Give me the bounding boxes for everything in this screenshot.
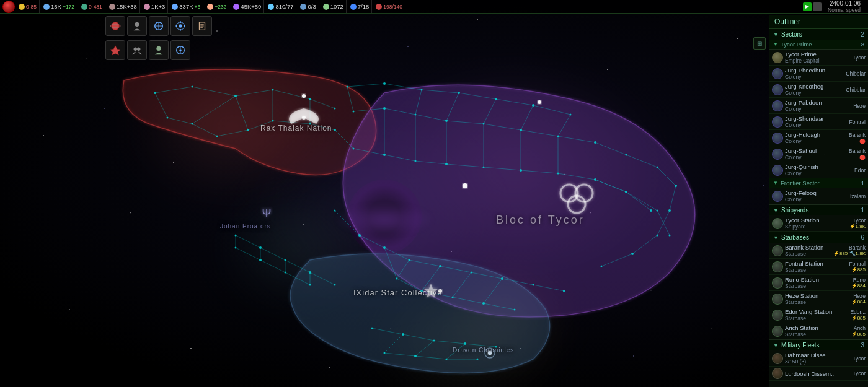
sectors-arrow: ▼ — [773, 32, 779, 38]
list-item[interactable]: Lurdoosh Dissem.. Tycor — [769, 367, 868, 381]
svg-point-118 — [570, 114, 572, 116]
svg-point-149 — [409, 259, 410, 261]
starbases-label: Starbases — [781, 234, 809, 241]
frontier-sector-header[interactable]: ▼ Frontier Sector 1 — [769, 178, 868, 188]
list-item[interactable]: Jurg-Felooq Colony Izalam — [769, 188, 868, 204]
play-button[interactable]: ▶ — [803, 2, 812, 11]
alert-icon: 🔴 — [859, 139, 866, 144]
naval-icon — [300, 4, 306, 10]
svg-point-202 — [184, 25, 185, 27]
list-item[interactable]: Jurg-Pheedhun Colony Chibblar — [769, 66, 868, 82]
list-item[interactable]: Runo Station Starbase Runo ⚡884 — [769, 275, 868, 291]
tycor-prime-header[interactable]: ▼ Tycor Prime 8 — [769, 40, 868, 50]
toolbar-policies[interactable] — [192, 16, 212, 36]
toolbar-factions[interactable] — [127, 40, 147, 60]
planet-info: Jurg-Sahuul Colony — [785, 147, 847, 160]
alert-icon: 🔴 — [859, 155, 866, 160]
resource-minerals: 15K +172 — [41, 0, 78, 13]
unity-icon — [207, 4, 213, 10]
svg-point-157 — [452, 297, 454, 298]
planet-info: Jurg-Pheedhun Colony — [785, 67, 844, 80]
pop-icon — [323, 4, 329, 10]
outliner-section-starbases: ▼ Starbases 6 Barank Station Starbase Ba… — [769, 232, 868, 340]
list-item[interactable]: Jurg-Huloagh Colony Barank 🔴 — [769, 130, 868, 146]
energy-badge: ⚡884 — [851, 283, 866, 289]
list-item[interactable]: Edor Vang Station Starbase Edor... ⚡885 — [769, 307, 868, 323]
list-item[interactable]: Hahmaar Disse... 3/150 (3) Tycor — [769, 350, 868, 367]
food-icon — [81, 4, 87, 10]
starbases-section-header[interactable]: ▼ Starbases 6 — [769, 232, 868, 243]
planet-loc: Edor — [854, 167, 866, 173]
military-fleets-count: 3 — [861, 342, 864, 349]
starbase-loc: Runo ⚡884 — [851, 277, 866, 289]
resource-consumer: 1K+3 — [141, 0, 168, 13]
toolbar-row2 — [105, 40, 190, 60]
svg-point-123 — [483, 123, 485, 125]
military-fleets-header[interactable]: ▼ Military Fleets 3 — [769, 340, 868, 350]
resource-stability: 7/18 — [348, 0, 373, 13]
svg-point-107 — [216, 136, 218, 137]
alloys-icon — [109, 4, 115, 10]
pause-button[interactable]: ⏸ — [813, 2, 822, 11]
starbase-loc: Fontral ⚡885 — [849, 261, 866, 272]
list-item[interactable]: Jurg-Pabdoon Colony Heze — [769, 98, 868, 114]
svg-point-147 — [358, 234, 361, 237]
svg-point-141 — [657, 235, 658, 237]
list-item[interactable]: Heze Station Starbase Heze ⚡884 — [769, 291, 868, 307]
list-item[interactable]: Tycor Prime Empire Capital Tycor — [769, 50, 868, 66]
svg-point-177 — [309, 284, 311, 286]
starbase-info: Runo Station Starbase — [785, 276, 849, 289]
toolbar-planets[interactable] — [105, 16, 125, 36]
starbase-avatar — [772, 245, 783, 256]
faction-avatar[interactable] — [2, 1, 15, 13]
svg-point-165 — [384, 352, 386, 354]
svg-point-180 — [463, 183, 467, 188]
planet-loc: Fontral — [849, 119, 866, 125]
svg-point-113 — [383, 82, 386, 85]
svg-point-144 — [657, 210, 658, 212]
resource-energy: 0-85 — [16, 0, 40, 13]
minimap-button[interactable]: ⊞ — [753, 37, 766, 50]
list-item[interactable]: Fontral Station Starbase Fontral ⚡885 — [769, 259, 868, 275]
list-item[interactable]: Barank Station Starbase Barank ⚡885 🔧1.8… — [769, 243, 868, 259]
starbase-avatar — [772, 326, 783, 337]
toolbar-map[interactable] — [149, 16, 169, 36]
starbase-loc: Edor... ⚡885 — [850, 309, 866, 321]
fleet-avatar — [772, 368, 783, 379]
outliner-section-shipyards: ▼ Shipyards 1 Tycor Station Shipyard Tyc… — [769, 205, 868, 232]
svg-point-178 — [302, 94, 306, 98]
svg-point-99 — [154, 92, 156, 94]
list-item[interactable]: Jurg-Sahuul Colony Barank 🔴 — [769, 146, 868, 162]
planet-avatar — [772, 191, 783, 202]
svg-point-117 — [532, 104, 534, 107]
toolbar-leaders[interactable] — [149, 40, 169, 60]
svg-point-138 — [657, 167, 658, 168]
svg-point-154 — [563, 290, 565, 292]
fleet-loc: Tycor — [852, 355, 866, 362]
svg-point-116 — [495, 98, 497, 100]
shipyard-info: Tycor Station Shipyard — [785, 217, 848, 230]
svg-point-201 — [175, 25, 177, 27]
svg-point-132 — [520, 169, 522, 172]
list-item[interactable]: Jurg-Knootheg Colony Chibblar — [769, 82, 868, 98]
shipyards-section-header[interactable]: ▼ Shipyards 1 — [769, 205, 868, 215]
toolbar-contacts[interactable] — [170, 40, 190, 60]
planet-avatar — [772, 116, 783, 128]
list-item[interactable]: Jurg-Shondaar Colony Fontral — [769, 114, 868, 130]
svg-point-208 — [137, 48, 140, 51]
svg-line-79 — [260, 248, 285, 260]
toolbar-species[interactable] — [127, 16, 147, 36]
consumer-icon — [144, 4, 150, 10]
toolbar-military[interactable] — [105, 40, 125, 60]
svg-point-112 — [347, 86, 348, 88]
list-item[interactable]: Tycor Station Shipyard Tycor ⚡1.8K — [769, 215, 868, 232]
toolbar-tech[interactable] — [170, 16, 190, 36]
svg-point-163 — [464, 342, 466, 345]
planet-loc: Barank 🔴 — [849, 148, 866, 160]
sectors-section-header[interactable]: ▼ Sectors 2 — [769, 29, 868, 40]
frontier-label: Frontier Sector — [781, 180, 820, 186]
list-item[interactable]: Arich Station Starbase Arich ⚡885 — [769, 323, 868, 339]
list-item[interactable]: Jurg-Quirlish Colony Edor — [769, 162, 868, 178]
svg-point-162 — [433, 340, 435, 342]
fleet-info: Hahmaar Disse... 3/150 (3) — [785, 352, 851, 365]
